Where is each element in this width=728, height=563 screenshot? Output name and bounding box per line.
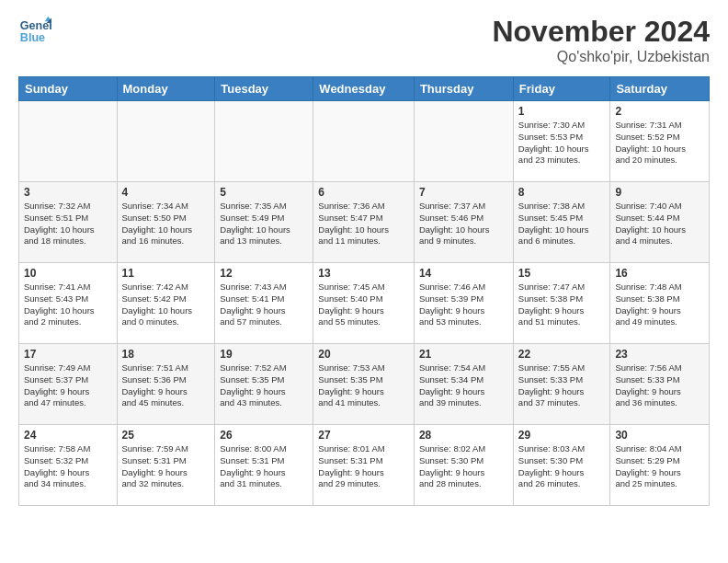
day-cell: 23Sunrise: 7:56 AM Sunset: 5:33 PM Dayli… xyxy=(610,344,710,425)
day-info: Sunrise: 8:00 AM Sunset: 5:31 PM Dayligh… xyxy=(220,443,308,490)
day-info: Sunrise: 8:02 AM Sunset: 5:30 PM Dayligh… xyxy=(419,443,508,490)
day-info: Sunrise: 7:45 AM Sunset: 5:40 PM Dayligh… xyxy=(318,282,409,328)
day-cell: 1Sunrise: 7:30 AM Sunset: 5:53 PM Daylig… xyxy=(513,101,610,182)
day-cell: 8Sunrise: 7:38 AM Sunset: 5:45 PM Daylig… xyxy=(513,182,610,263)
day-number: 18 xyxy=(122,348,210,361)
month-title: November 2024 xyxy=(492,15,710,49)
day-cell: 16Sunrise: 7:48 AM Sunset: 5:38 PM Dayli… xyxy=(610,263,710,344)
day-cell xyxy=(414,101,513,182)
day-number: 22 xyxy=(518,348,606,361)
day-info: Sunrise: 7:58 AM Sunset: 5:32 PM Dayligh… xyxy=(24,443,112,490)
day-cell: 9Sunrise: 7:40 AM Sunset: 5:44 PM Daylig… xyxy=(610,182,710,263)
day-number: 2 xyxy=(615,105,704,118)
day-number: 25 xyxy=(122,429,210,442)
day-cell: 19Sunrise: 7:52 AM Sunset: 5:35 PM Dayli… xyxy=(215,344,313,425)
day-info: Sunrise: 7:32 AM Sunset: 5:51 PM Dayligh… xyxy=(24,201,112,247)
day-number: 17 xyxy=(24,348,112,361)
day-info: Sunrise: 7:30 AM Sunset: 5:53 PM Dayligh… xyxy=(518,120,606,167)
day-cell: 4Sunrise: 7:34 AM Sunset: 5:50 PM Daylig… xyxy=(117,182,215,263)
day-info: Sunrise: 7:55 AM Sunset: 5:33 PM Dayligh… xyxy=(518,362,606,409)
day-info: Sunrise: 7:59 AM Sunset: 5:31 PM Dayligh… xyxy=(122,443,210,490)
day-info: Sunrise: 7:42 AM Sunset: 5:42 PM Dayligh… xyxy=(122,282,210,328)
svg-text:Blue: Blue xyxy=(20,31,45,44)
day-info: Sunrise: 7:34 AM Sunset: 5:50 PM Dayligh… xyxy=(122,201,210,247)
day-number: 5 xyxy=(220,186,308,199)
day-info: Sunrise: 7:35 AM Sunset: 5:49 PM Dayligh… xyxy=(220,201,308,247)
day-cell: 2Sunrise: 7:31 AM Sunset: 5:52 PM Daylig… xyxy=(610,101,710,182)
day-info: Sunrise: 7:51 AM Sunset: 5:36 PM Dayligh… xyxy=(122,362,210,409)
day-cell: 11Sunrise: 7:42 AM Sunset: 5:42 PM Dayli… xyxy=(117,263,215,344)
day-info: Sunrise: 7:53 AM Sunset: 5:35 PM Dayligh… xyxy=(318,362,409,409)
col-friday: Friday xyxy=(513,77,610,101)
week-row-0: 1Sunrise: 7:30 AM Sunset: 5:53 PM Daylig… xyxy=(19,101,710,182)
col-monday: Monday xyxy=(117,77,215,101)
day-cell: 7Sunrise: 7:37 AM Sunset: 5:46 PM Daylig… xyxy=(414,182,513,263)
day-number: 6 xyxy=(318,186,409,199)
day-number: 21 xyxy=(419,348,508,361)
logo-icon: General Blue xyxy=(18,15,51,48)
day-info: Sunrise: 7:46 AM Sunset: 5:39 PM Dayligh… xyxy=(419,282,508,328)
col-tuesday: Tuesday xyxy=(215,77,313,101)
day-number: 20 xyxy=(318,348,409,361)
day-cell: 30Sunrise: 8:04 AM Sunset: 5:29 PM Dayli… xyxy=(610,425,710,506)
page: General Blue November 2024 Qo'shko'pir, … xyxy=(0,0,728,515)
header: General Blue November 2024 Qo'shko'pir, … xyxy=(18,15,710,65)
day-cell: 3Sunrise: 7:32 AM Sunset: 5:51 PM Daylig… xyxy=(19,182,118,263)
day-number: 29 xyxy=(518,429,606,442)
day-info: Sunrise: 7:56 AM Sunset: 5:33 PM Dayligh… xyxy=(615,362,704,409)
day-number: 3 xyxy=(24,186,112,199)
calendar: Sunday Monday Tuesday Wednesday Thursday… xyxy=(18,76,710,506)
col-thursday: Thursday xyxy=(414,77,513,101)
day-cell xyxy=(215,101,313,182)
day-cell: 17Sunrise: 7:49 AM Sunset: 5:37 PM Dayli… xyxy=(19,344,118,425)
day-info: Sunrise: 7:40 AM Sunset: 5:44 PM Dayligh… xyxy=(615,201,704,247)
day-cell: 12Sunrise: 7:43 AM Sunset: 5:41 PM Dayli… xyxy=(215,263,313,344)
day-cell: 14Sunrise: 7:46 AM Sunset: 5:39 PM Dayli… xyxy=(414,263,513,344)
day-cell: 21Sunrise: 7:54 AM Sunset: 5:34 PM Dayli… xyxy=(414,344,513,425)
day-cell: 10Sunrise: 7:41 AM Sunset: 5:43 PM Dayli… xyxy=(19,263,118,344)
day-cell xyxy=(19,101,118,182)
day-info: Sunrise: 7:49 AM Sunset: 5:37 PM Dayligh… xyxy=(24,362,112,409)
day-number: 27 xyxy=(318,429,409,442)
week-row-1: 3Sunrise: 7:32 AM Sunset: 5:51 PM Daylig… xyxy=(19,182,710,263)
day-cell: 15Sunrise: 7:47 AM Sunset: 5:38 PM Dayli… xyxy=(513,263,610,344)
day-info: Sunrise: 7:36 AM Sunset: 5:47 PM Dayligh… xyxy=(318,201,409,247)
col-saturday: Saturday xyxy=(610,77,710,101)
week-row-3: 17Sunrise: 7:49 AM Sunset: 5:37 PM Dayli… xyxy=(19,344,710,425)
day-info: Sunrise: 7:47 AM Sunset: 5:38 PM Dayligh… xyxy=(518,282,606,328)
day-cell: 20Sunrise: 7:53 AM Sunset: 5:35 PM Dayli… xyxy=(313,344,415,425)
week-row-4: 24Sunrise: 7:58 AM Sunset: 5:32 PM Dayli… xyxy=(19,425,710,506)
day-number: 23 xyxy=(615,348,704,361)
day-number: 24 xyxy=(24,429,112,442)
col-wednesday: Wednesday xyxy=(313,77,415,101)
day-number: 12 xyxy=(220,267,308,280)
day-number: 14 xyxy=(419,267,508,280)
day-info: Sunrise: 7:41 AM Sunset: 5:43 PM Dayligh… xyxy=(24,282,112,328)
day-cell: 6Sunrise: 7:36 AM Sunset: 5:47 PM Daylig… xyxy=(313,182,415,263)
day-info: Sunrise: 7:38 AM Sunset: 5:45 PM Dayligh… xyxy=(518,201,606,247)
day-number: 16 xyxy=(615,267,704,280)
week-row-2: 10Sunrise: 7:41 AM Sunset: 5:43 PM Dayli… xyxy=(19,263,710,344)
day-number: 8 xyxy=(518,186,606,199)
day-cell: 26Sunrise: 8:00 AM Sunset: 5:31 PM Dayli… xyxy=(215,425,313,506)
day-info: Sunrise: 7:43 AM Sunset: 5:41 PM Dayligh… xyxy=(220,282,308,328)
day-number: 19 xyxy=(220,348,308,361)
logo: General Blue xyxy=(18,15,51,48)
location: Qo'shko'pir, Uzbekistan xyxy=(492,49,710,65)
day-number: 10 xyxy=(24,267,112,280)
day-cell: 29Sunrise: 8:03 AM Sunset: 5:30 PM Dayli… xyxy=(513,425,610,506)
title-area: November 2024 Qo'shko'pir, Uzbekistan xyxy=(492,15,710,65)
col-sunday: Sunday xyxy=(19,77,118,101)
day-number: 26 xyxy=(220,429,308,442)
day-number: 1 xyxy=(518,105,606,118)
day-cell: 22Sunrise: 7:55 AM Sunset: 5:33 PM Dayli… xyxy=(513,344,610,425)
day-info: Sunrise: 7:31 AM Sunset: 5:52 PM Dayligh… xyxy=(615,120,704,167)
day-number: 9 xyxy=(615,186,704,199)
day-cell xyxy=(313,101,415,182)
header-row: Sunday Monday Tuesday Wednesday Thursday… xyxy=(19,77,710,101)
day-info: Sunrise: 7:48 AM Sunset: 5:38 PM Dayligh… xyxy=(615,282,704,328)
day-cell: 18Sunrise: 7:51 AM Sunset: 5:36 PM Dayli… xyxy=(117,344,215,425)
day-info: Sunrise: 8:03 AM Sunset: 5:30 PM Dayligh… xyxy=(518,443,606,490)
day-cell xyxy=(117,101,215,182)
day-info: Sunrise: 8:01 AM Sunset: 5:31 PM Dayligh… xyxy=(318,443,409,490)
